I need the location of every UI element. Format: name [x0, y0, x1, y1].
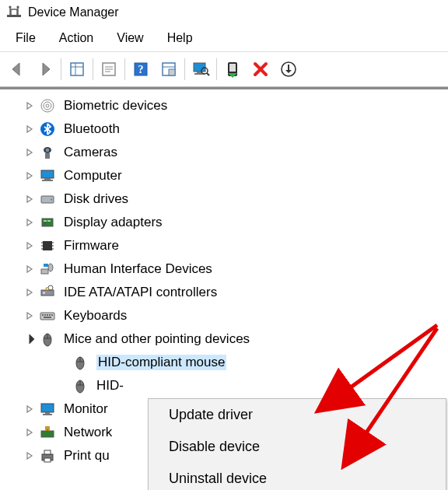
bluetooth-icon [39, 121, 56, 138]
toolbar-separator [184, 58, 185, 80]
show-details-button[interactable] [63, 55, 91, 83]
chevron-right-icon[interactable] [23, 397, 36, 421]
tree-item[interactable]: Bluetooth [2, 117, 448, 141]
chevron-right-icon[interactable] [23, 444, 36, 467]
context-update-driver[interactable]: Update driver [149, 399, 446, 431]
svg-point-40 [51, 199, 52, 201]
svg-rect-16 [169, 69, 175, 75]
svg-line-22 [207, 73, 209, 75]
device-manager-icon [6, 5, 22, 20]
mouse-icon [72, 354, 89, 371]
chevron-down-icon[interactable] [23, 327, 36, 351]
svg-point-29 [41, 100, 54, 112]
monitor-icon [39, 401, 56, 418]
tree-item[interactable]: Display adapters [2, 211, 448, 234]
tree-item-label: Print qu [64, 449, 110, 464]
svg-rect-58 [40, 313, 54, 320]
svg-rect-1 [11, 9, 17, 16]
delete-button[interactable] [247, 55, 275, 83]
computer-icon [39, 167, 56, 184]
chevron-right-icon[interactable] [23, 141, 36, 164]
svg-rect-61 [47, 314, 48, 316]
show-hidden-button[interactable] [155, 55, 183, 83]
context-disable-device[interactable]: Disable device [149, 431, 446, 463]
chevron-right-icon [56, 351, 68, 374]
network-icon [39, 424, 56, 441]
chevron-right-icon[interactable] [23, 164, 36, 187]
window-title: Device Manager [28, 5, 119, 19]
down-arrow-button[interactable] [275, 55, 303, 83]
svg-rect-60 [44, 314, 46, 316]
chevron-right-icon[interactable] [23, 234, 36, 257]
svg-rect-76 [43, 414, 52, 415]
tree-item[interactable]: Biometric devices [2, 94, 448, 117]
display-icon [39, 214, 56, 231]
tree-item-label: Display adapters [64, 215, 163, 230]
svg-point-5 [16, 5, 19, 8]
chevron-right-icon[interactable] [23, 117, 36, 141]
tree-item[interactable]: Mice and other pointing devices [2, 327, 448, 351]
ide-icon [39, 284, 56, 301]
svg-rect-36 [41, 170, 54, 178]
tree-item[interactable]: Keyboards [2, 304, 448, 327]
install-legacy-button[interactable] [219, 55, 247, 83]
context-uninstall-device[interactable]: Uninstall device [149, 463, 446, 490]
tree-item[interactable]: HID-compliant mouse [2, 351, 448, 374]
menu-bar: File Action View Help [0, 25, 448, 51]
chevron-right-icon[interactable] [23, 257, 36, 281]
toolbar-separator [93, 58, 93, 80]
menu-view[interactable]: View [106, 28, 154, 48]
tree-item[interactable]: Firmware [2, 234, 448, 257]
svg-rect-37 [44, 178, 51, 180]
tree-item-label: Bluetooth [64, 122, 120, 137]
chevron-right-icon[interactable] [23, 94, 36, 117]
scan-button[interactable] [187, 55, 215, 83]
menu-help[interactable]: Help [156, 28, 204, 48]
toolbar-separator [216, 58, 217, 80]
svg-rect-52 [41, 269, 48, 274]
menu-action[interactable]: Action [48, 28, 104, 48]
svg-point-34 [46, 149, 49, 152]
help-button[interactable]: ? [127, 55, 155, 83]
menu-file[interactable]: File [5, 28, 47, 48]
chevron-right-icon[interactable] [23, 211, 36, 234]
toolbar: ? [0, 51, 448, 87]
tree-item[interactable]: HID- [2, 374, 448, 397]
back-button[interactable] [3, 55, 31, 83]
toolbar-separator [61, 58, 61, 80]
keyboard-icon [39, 307, 56, 324]
svg-rect-24 [229, 64, 236, 72]
hid-icon [39, 261, 56, 278]
chevron-right-icon[interactable] [23, 304, 36, 327]
tree-item-label: HID-compliant mouse [96, 355, 226, 371]
svg-point-4 [9, 5, 11, 8]
tree-item[interactable]: Disk drives [2, 187, 448, 211]
chevron-right-icon[interactable] [23, 187, 36, 211]
svg-rect-64 [44, 317, 51, 318]
printer-icon [39, 447, 56, 464]
tree-item-label: Disk drives [64, 192, 128, 207]
tree-item-label: Mice and other pointing devices [64, 332, 250, 347]
biometric-icon [39, 97, 56, 114]
svg-text:?: ? [138, 64, 144, 75]
tree-item-label: Biometric devices [64, 99, 167, 114]
svg-rect-54 [44, 264, 48, 267]
svg-rect-6 [71, 63, 83, 75]
chevron-right-icon[interactable] [23, 281, 36, 304]
svg-rect-59 [42, 314, 44, 316]
disk-icon [39, 191, 56, 208]
tree-item[interactable]: IDE ATA/ATAPI controllers [2, 281, 448, 304]
svg-rect-35 [45, 153, 50, 159]
chevron-right-icon[interactable] [23, 421, 36, 444]
forward-button[interactable] [31, 55, 59, 83]
toolbar-separator [124, 58, 125, 80]
tree-item[interactable]: Human Interface Devices [2, 257, 448, 281]
tree-item-label: Network [64, 425, 112, 440]
svg-rect-82 [44, 458, 51, 462]
svg-rect-81 [44, 450, 51, 454]
svg-rect-42 [44, 220, 47, 222]
tree-item-label: Computer [64, 169, 122, 184]
tree-item[interactable]: Computer [2, 164, 448, 187]
tree-item[interactable]: Cameras [2, 141, 448, 164]
properties-button[interactable] [95, 55, 123, 83]
